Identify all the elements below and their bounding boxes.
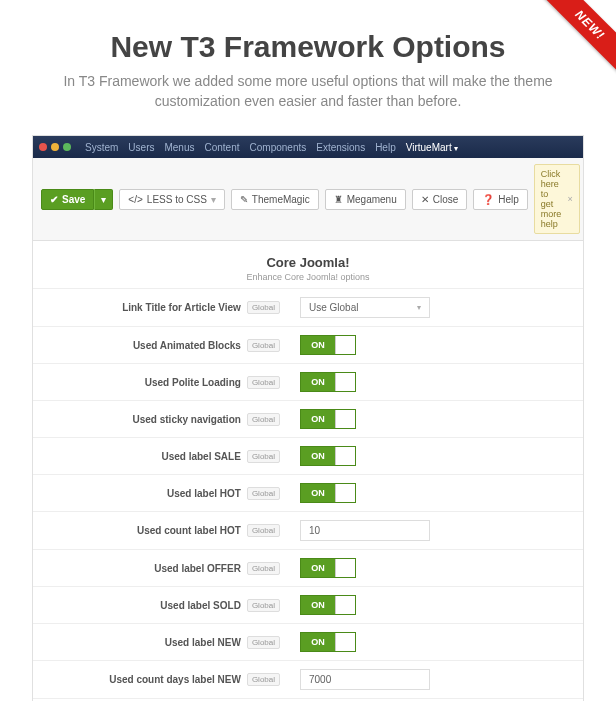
global-badge: Global — [247, 450, 280, 463]
toggle-polite[interactable]: ON — [300, 372, 356, 392]
label-hot: Used label HOT — [167, 488, 241, 499]
window-menubar: System Users Menus Content Components Ex… — [33, 136, 583, 158]
global-badge: Global — [247, 636, 280, 649]
toggle-new[interactable]: ON — [300, 632, 356, 652]
select-link-title[interactable]: Use Global ▾ — [300, 297, 430, 318]
row-count-hot: Used count label HOTGlobal — [33, 511, 583, 549]
admin-panel: System Users Menus Content Components Ex… — [32, 135, 584, 701]
save-icon: ✔ — [50, 194, 58, 205]
row-label-sold: Used label SOLDGlobal ON — [33, 586, 583, 623]
save-button-group: ✔ Save ▾ — [41, 189, 113, 210]
toggle-on-label: ON — [301, 559, 335, 577]
toggle-on-label: ON — [301, 596, 335, 614]
label-sticky: Used sticky navigation — [133, 414, 241, 425]
help-hint: Click here to get more help × — [534, 164, 580, 234]
menu-components[interactable]: Components — [250, 142, 307, 153]
close-button[interactable]: ✕ Close — [412, 189, 468, 210]
sitemap-icon: ♜ — [334, 194, 343, 205]
help-button[interactable]: ❓ Help — [473, 189, 528, 210]
toggle-offer[interactable]: ON — [300, 558, 356, 578]
section-header: Core Joomla! Enhance Core Joomla! option… — [33, 241, 583, 288]
label-new: Used label NEW — [165, 637, 241, 648]
megamenu-label: Megamenu — [347, 194, 397, 205]
thememagic-label: ThemeMagic — [252, 194, 310, 205]
window-controls — [39, 143, 71, 151]
row-label-hot: Used label HOTGlobal ON — [33, 474, 583, 511]
toolbar: ✔ Save ▾ </> LESS to CSS ▾ ✎ ThemeMagic … — [33, 158, 583, 241]
toggle-knob — [335, 633, 355, 651]
menu-extensions[interactable]: Extensions — [316, 142, 365, 153]
input-count-hot[interactable] — [300, 520, 430, 541]
save-label: Save — [62, 194, 85, 205]
chevron-down-icon: ▾ — [417, 303, 421, 312]
section-title: Core Joomla! — [33, 255, 583, 270]
menu-virtuemart[interactable]: VirtueMart▾ — [406, 142, 458, 153]
menu-content[interactable]: Content — [204, 142, 239, 153]
toggle-on-label: ON — [301, 336, 335, 354]
toggle-on-label: ON — [301, 373, 335, 391]
label-polite: Used Polite Loading — [145, 377, 241, 388]
row-animated-blocks: Used Animated BlocksGlobal ON — [33, 326, 583, 363]
menu-menus[interactable]: Menus — [164, 142, 194, 153]
maximize-window-icon[interactable] — [63, 143, 71, 151]
row-label-new: Used label NEWGlobal ON — [33, 623, 583, 660]
close-icon: ✕ — [421, 194, 429, 205]
toggle-on-label: ON — [301, 410, 335, 428]
input-count-new[interactable] — [300, 669, 430, 690]
toggle-knob — [335, 484, 355, 502]
chevron-down-icon: ▾ — [211, 194, 216, 205]
close-label: Close — [433, 194, 459, 205]
global-badge: Global — [247, 673, 280, 686]
close-window-icon[interactable] — [39, 143, 47, 151]
code-icon: </> — [128, 194, 142, 205]
row-polite-loading: Used Polite LoadingGlobal ON — [33, 363, 583, 400]
menu-help[interactable]: Help — [375, 142, 396, 153]
chevron-down-icon: ▾ — [101, 194, 106, 205]
label-sale: Used label SALE — [161, 451, 240, 462]
toggle-knob — [335, 559, 355, 577]
help-icon: ❓ — [482, 194, 494, 205]
label-link-title: Link Title for Article View — [122, 302, 241, 313]
global-badge: Global — [247, 562, 280, 575]
label-count-hot: Used count label HOT — [137, 525, 241, 536]
menu-system[interactable]: System — [85, 142, 118, 153]
row-label-offer: Used label OFFERGlobal ON — [33, 549, 583, 586]
row-sticky-nav: Used sticky navigationGlobal ON — [33, 400, 583, 437]
row-label-sale: Used label SALEGlobal ON — [33, 437, 583, 474]
megamenu-button[interactable]: ♜ Megamenu — [325, 189, 406, 210]
toggle-knob — [335, 336, 355, 354]
toggle-sold[interactable]: ON — [300, 595, 356, 615]
save-dropdown-button[interactable]: ▾ — [94, 189, 113, 210]
menu-users[interactable]: Users — [128, 142, 154, 153]
select-value: Use Global — [309, 302, 358, 313]
minimize-window-icon[interactable] — [51, 143, 59, 151]
dismiss-hint-icon[interactable]: × — [567, 194, 572, 204]
toggle-sale[interactable]: ON — [300, 446, 356, 466]
global-badge: Global — [247, 376, 280, 389]
global-badge: Global — [247, 301, 280, 314]
toggle-animated[interactable]: ON — [300, 335, 356, 355]
section-subtitle: Enhance Core Joomla! options — [33, 272, 583, 282]
row-link-title: Link Title for Article View Global Use G… — [33, 288, 583, 326]
global-badge: Global — [247, 413, 280, 426]
toggle-on-label: ON — [301, 633, 335, 651]
help-hint-text: Click here to get more help — [541, 169, 562, 229]
toggle-on-label: ON — [301, 447, 335, 465]
thememagic-button[interactable]: ✎ ThemeMagic — [231, 189, 319, 210]
global-badge: Global — [247, 524, 280, 537]
label-sold: Used label SOLD — [160, 600, 241, 611]
toggle-on-label: ON — [301, 484, 335, 502]
magic-wand-icon: ✎ — [240, 194, 248, 205]
less-to-css-button[interactable]: </> LESS to CSS ▾ — [119, 189, 225, 210]
label-count-new: Used count days label NEW — [109, 674, 241, 685]
toggle-knob — [335, 410, 355, 428]
toggle-hot[interactable]: ON — [300, 483, 356, 503]
save-button[interactable]: ✔ Save — [41, 189, 94, 210]
toggle-sticky[interactable]: ON — [300, 409, 356, 429]
page-subtitle: In T3 Framework we added some more usefu… — [40, 72, 576, 111]
chevron-down-icon: ▾ — [454, 144, 458, 153]
global-badge: Global — [247, 487, 280, 500]
help-label: Help — [498, 194, 519, 205]
less-label: LESS to CSS — [147, 194, 207, 205]
page-title: New T3 Framework Options — [0, 30, 616, 64]
